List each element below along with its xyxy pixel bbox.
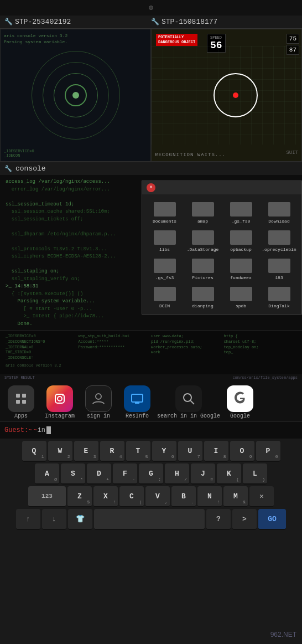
key-p[interactable]: P0 <box>256 441 280 462</box>
file-item-opbackup[interactable]: opbackup <box>223 227 259 253</box>
folder-icon-libs <box>154 227 176 245</box>
key-w[interactable]: W2 <box>48 441 72 462</box>
key-n[interactable]: N! <box>197 486 222 507</box>
file-item-amap[interactable]: amap <box>185 199 221 225</box>
key-g[interactable]: G: <box>139 463 163 485</box>
key-question[interactable]: ? <box>206 509 231 530</box>
stp-left: 🔧 STP-253402192 <box>4 18 151 26</box>
app-item-search[interactable]: search in in Google <box>157 385 220 419</box>
file-item-dingtalk[interactable]: DingTalk <box>261 284 297 310</box>
key-x[interactable]: X! <box>93 486 118 507</box>
file-item-dcim[interactable]: DCIM <box>147 284 183 310</box>
app-item-instagram[interactable]: Instagram <box>41 385 79 419</box>
key-z[interactable]: Z$ <box>67 486 92 507</box>
left-panel-info: _IDESERVICE=0 _IDECON <box>4 149 34 158</box>
app-item-resinfo[interactable]: ResInfo <box>118 385 156 419</box>
key-s[interactable]: S* <box>61 463 85 485</box>
key-e[interactable]: E3 <box>74 441 98 462</box>
system-result-bar: SYSTEM RESULT com/ss/aris/file_system/ap… <box>0 374 302 381</box>
google-icon <box>227 385 253 412</box>
app-label-search: search in in Google <box>157 413 220 419</box>
console-header: 🔧 console <box>0 162 302 175</box>
key-greater[interactable]: > <box>232 509 257 530</box>
key-d[interactable]: D+ <box>87 463 111 485</box>
key-shirt[interactable]: 👕 <box>68 509 92 530</box>
svg-point-11 <box>184 394 191 401</box>
folder-icon-spdb <box>230 284 252 301</box>
folder-icon-oprecyclebin <box>268 227 290 245</box>
key-c[interactable]: C| <box>119 486 144 507</box>
key-down-arrow[interactable]: ↓ <box>42 509 66 530</box>
folder-icon-pictures <box>192 255 214 273</box>
key-i[interactable]: I8 <box>204 441 228 462</box>
wrench-icon-right: 🔧 <box>151 18 159 26</box>
file-item-gsfs3[interactable]: .gs_fs3 <box>147 255 183 281</box>
resinfo-icon <box>124 385 150 412</box>
console-icon: 🔧 <box>4 165 12 172</box>
svg-rect-1 <box>22 394 26 398</box>
terminal-col-2: wop_stp_auth_build.bui Account:***** Pas… <box>79 334 152 361</box>
file-item-datastorage[interactable]: .DataStorage <box>185 227 221 253</box>
key-y[interactable]: Y6 <box>152 441 176 462</box>
app-label-google: Google <box>230 413 250 419</box>
key-space[interactable] <box>94 509 205 530</box>
cursor <box>46 426 51 434</box>
key-r[interactable]: R4 <box>100 441 124 462</box>
key-h[interactable]: H/ <box>165 463 189 485</box>
key-b[interactable]: B. <box>171 486 196 507</box>
file-item-fundweex[interactable]: fundweex <box>223 255 259 281</box>
file-item-183[interactable]: 183 <box>261 255 297 281</box>
key-m[interactable]: M& <box>223 486 248 507</box>
key-go[interactable]: GO <box>258 509 286 530</box>
key-k[interactable]: K( <box>217 463 241 485</box>
console-title: console <box>15 164 46 173</box>
stp-header: 🔧 STP-253402192 🔧 STP-150818177 <box>0 16 302 29</box>
file-manager: ✕ Documents amap .gs_fs0 Download <box>142 181 302 315</box>
key-l[interactable]: L) <box>243 463 267 485</box>
key-u[interactable]: U7 <box>178 441 202 462</box>
file-item-oprecyclebin[interactable]: .oprecyclebin <box>261 227 297 253</box>
file-item-spdb[interactable]: spdb <box>223 284 259 310</box>
stp-id-right: STP-150818177 <box>162 18 217 26</box>
folder-icon-fundweex <box>230 255 252 273</box>
folder-icon-dianping <box>192 284 214 301</box>
key-a[interactable]: A@ <box>35 463 59 485</box>
console-body: access_log /var/log/nginx/access... erro… <box>0 175 302 330</box>
app-item-apps[interactable]: Apps <box>2 385 40 419</box>
key-backspace[interactable]: ✕ <box>249 486 274 507</box>
close-button[interactable]: ✕ <box>147 183 155 192</box>
file-item-download[interactable]: Download <box>261 199 297 225</box>
guest-line: Guest:~ ~ in <box>4 424 298 436</box>
folder-icon-documents <box>154 199 176 217</box>
system-result-path: com/ss/aris/file_system/apps <box>232 375 298 380</box>
key-t[interactable]: T5 <box>126 441 150 462</box>
file-label-dcim: DCIM <box>159 303 170 310</box>
file-label-opbackup: opbackup <box>230 246 251 253</box>
key-up-arrow[interactable]: ↑ <box>16 509 40 530</box>
keyboard-row-4: ↑ ↓ 👕 ? > GO <box>1 509 301 530</box>
key-q[interactable]: Q1 <box>22 441 46 462</box>
svg-rect-2 <box>16 400 20 404</box>
key-f[interactable]: F- <box>113 463 137 485</box>
key-j[interactable]: J# <box>191 463 215 485</box>
app-item-google[interactable]: Google <box>221 385 259 419</box>
app-item-signin[interactable]: sign in <box>80 385 117 419</box>
file-item-gsfs0[interactable]: .gs_fs0 <box>223 199 259 225</box>
key-v[interactable]: V, <box>145 486 170 507</box>
file-item-dianping[interactable]: dianping <box>185 284 221 310</box>
svg-rect-0 <box>16 394 20 398</box>
file-item-libs[interactable]: libs <box>147 227 183 253</box>
file-label-dingtalk: DingTalk <box>268 303 289 310</box>
file-label-183: 183 <box>275 275 283 281</box>
wrench-icon-left: 🔧 <box>4 18 13 26</box>
file-label-pictures: Pictures <box>192 275 213 281</box>
stp-id-left: STP-253402192 <box>15 18 71 26</box>
folder-icon-gsfs3 <box>154 255 176 273</box>
file-label-libs: libs <box>159 246 170 253</box>
folder-icon-183 <box>268 255 290 273</box>
file-item-documents[interactable]: Documents <box>147 199 183 225</box>
key-123[interactable]: 123 <box>28 486 66 507</box>
instagram-icon <box>46 385 73 412</box>
file-item-pictures[interactable]: Pictures <box>185 255 221 281</box>
key-o[interactable]: O9 <box>230 441 254 462</box>
